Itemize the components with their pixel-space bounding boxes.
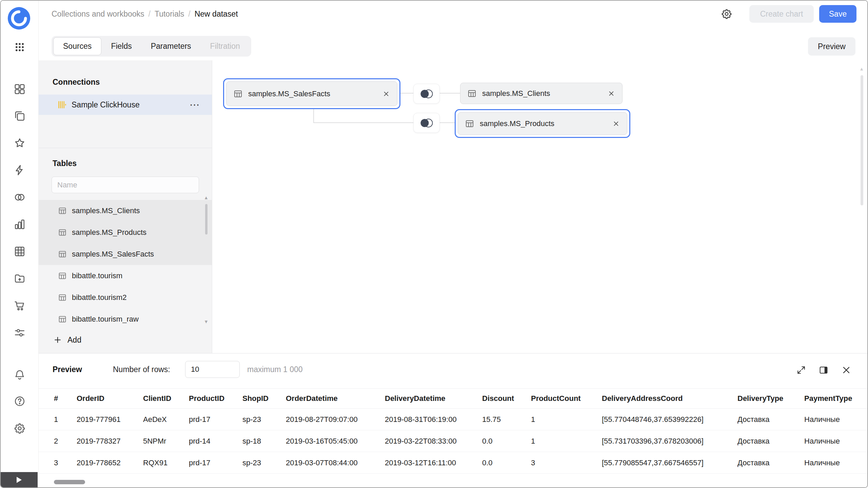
preview-data-row: 1 2019-777961 AeDeX prd-17 sp-23 2019-08… bbox=[39, 409, 868, 430]
apps-grid-icon[interactable] bbox=[14, 41, 25, 53]
table-icon bbox=[58, 228, 67, 237]
close-icon[interactable] bbox=[607, 89, 615, 98]
cell: sp-18 bbox=[242, 437, 286, 446]
table-search-input[interactable] bbox=[52, 177, 199, 193]
scrollbar-thumb[interactable] bbox=[54, 480, 85, 484]
tiles-icon[interactable] bbox=[14, 83, 26, 95]
tab-parameters[interactable]: Parameters bbox=[141, 38, 201, 55]
bar-chart-icon[interactable] bbox=[14, 218, 26, 230]
node-label: samples.MS_Products bbox=[480, 119, 607, 128]
node-clients[interactable]: samples.MS_Clients bbox=[460, 83, 623, 104]
canvas-scrollbar[interactable] bbox=[861, 75, 863, 205]
rail-collapse-bar[interactable] bbox=[1, 472, 38, 487]
tables-title: Tables bbox=[53, 158, 77, 168]
dataset-tabs: Sources Fields Parameters Filtration bbox=[52, 36, 251, 57]
divider bbox=[39, 148, 212, 148]
datalens-logo-icon[interactable] bbox=[6, 6, 32, 31]
dataset-settings-gear-icon[interactable] bbox=[721, 8, 732, 20]
tab-fields[interactable]: Fields bbox=[101, 38, 141, 55]
cell: sp-23 bbox=[242, 415, 286, 424]
node-body[interactable]: samples.MS_Products bbox=[458, 112, 627, 135]
node-body[interactable]: samples.MS_SalesFacts bbox=[226, 81, 397, 106]
horizontal-scrollbar[interactable] bbox=[39, 480, 868, 485]
column-header: ClientID bbox=[143, 394, 189, 403]
table-icon bbox=[58, 293, 67, 302]
cell: Наличные bbox=[804, 415, 868, 424]
connection-item-sample-clickhouse[interactable]: Sample ClickHouse ⋯ bbox=[39, 95, 212, 115]
scroll-up-icon[interactable]: ▲ bbox=[859, 66, 864, 71]
table-list-item[interactable]: bibattle.tourism bbox=[39, 265, 212, 287]
sliders-icon[interactable] bbox=[14, 327, 26, 339]
table-name: samples.MS_SalesFacts bbox=[72, 250, 154, 259]
cell: 2019-778327 bbox=[77, 437, 143, 446]
node-salesfacts[interactable]: samples.MS_SalesFacts bbox=[223, 78, 400, 109]
rows-count-input[interactable] bbox=[185, 361, 240, 378]
cell: AeDeX bbox=[143, 415, 189, 424]
table-icon bbox=[58, 250, 67, 259]
settings-gear-icon[interactable] bbox=[14, 422, 26, 434]
split-view-icon[interactable] bbox=[818, 365, 829, 375]
cell: 1 bbox=[531, 437, 602, 446]
add-table-button[interactable]: Add bbox=[39, 331, 212, 349]
save-button[interactable]: Save bbox=[819, 5, 856, 23]
star-icon[interactable] bbox=[14, 137, 26, 149]
cell: Наличные bbox=[804, 459, 868, 467]
layers-icon[interactable] bbox=[14, 110, 26, 122]
join-type-icon[interactable] bbox=[413, 84, 440, 104]
preview-toggle-button[interactable]: Preview bbox=[808, 37, 855, 56]
grid-table-icon[interactable] bbox=[14, 245, 26, 258]
join-type-icon[interactable] bbox=[413, 113, 440, 133]
plus-icon bbox=[53, 336, 62, 344]
table-list-item[interactable]: samples.MS_SalesFacts bbox=[39, 243, 212, 265]
table-list-item[interactable]: bibattle.tourism_raw bbox=[39, 308, 212, 330]
connections-title: Connections bbox=[53, 77, 100, 87]
tables-scrollbar[interactable] bbox=[205, 202, 208, 321]
table-list-item[interactable]: samples.MS_Clients bbox=[39, 200, 212, 222]
tables-list: samples.MS_Clients samples.MS_Products s… bbox=[39, 200, 212, 330]
close-icon[interactable] bbox=[612, 120, 620, 128]
table-name: bibattle.tourism bbox=[72, 271, 122, 280]
scroll-down-icon[interactable]: ▼ bbox=[204, 319, 209, 324]
tab-sources[interactable]: Sources bbox=[53, 37, 101, 55]
table-list-item[interactable]: samples.MS_Products bbox=[39, 222, 212, 243]
table-list-item[interactable]: bibattle.tourism2 bbox=[39, 287, 212, 308]
create-chart-button[interactable]: Create chart bbox=[749, 5, 814, 23]
sources-panel: Connections Sample ClickHouse ⋯ Tables s… bbox=[39, 60, 212, 353]
column-header: PaymentType bbox=[804, 394, 868, 403]
table-name: samples.MS_Products bbox=[72, 228, 146, 237]
scroll-up-icon[interactable]: ▲ bbox=[204, 195, 209, 200]
expand-icon[interactable] bbox=[796, 365, 806, 375]
lightning-icon[interactable] bbox=[14, 164, 26, 176]
cell: 5NPMr bbox=[143, 437, 189, 446]
preview-header-row: # OrderID ClientID ProductID ShopID Orde… bbox=[39, 388, 868, 409]
breadcrumb-tutorials[interactable]: Tutorials bbox=[155, 9, 184, 19]
node-label: samples.MS_SalesFacts bbox=[248, 89, 377, 98]
cell: [55.770448746,37.653992226] bbox=[602, 415, 737, 424]
close-preview-icon[interactable] bbox=[841, 365, 851, 375]
header: Collections and workbooks / Tutorials / … bbox=[39, 1, 868, 27]
close-icon[interactable] bbox=[382, 90, 390, 98]
scrollbar-thumb[interactable] bbox=[205, 204, 208, 235]
connection-menu-button[interactable]: ⋯ bbox=[190, 101, 200, 108]
cell: prd-17 bbox=[189, 415, 242, 424]
breadcrumb-collections[interactable]: Collections and workbooks bbox=[52, 9, 144, 19]
rings-icon[interactable] bbox=[14, 191, 26, 203]
column-header: DeliveryAddressCoord bbox=[602, 394, 737, 403]
column-header: # bbox=[54, 394, 77, 403]
cell: [55.731703396,37.678203006] bbox=[602, 437, 737, 446]
left-join-venn-icon bbox=[419, 118, 434, 128]
clickhouse-icon bbox=[58, 100, 66, 109]
table-icon bbox=[58, 315, 67, 324]
cell: 2019-03-16T05:45:00 bbox=[286, 437, 385, 446]
join-connector-line bbox=[313, 108, 314, 123]
help-icon[interactable] bbox=[14, 395, 26, 407]
cell: Доставка bbox=[737, 415, 804, 424]
bell-icon[interactable] bbox=[14, 369, 26, 381]
cell: 2019-778652 bbox=[77, 459, 143, 467]
cell: sp-23 bbox=[242, 459, 286, 467]
tab-filtration[interactable]: Filtration bbox=[201, 38, 250, 55]
app-rail bbox=[1, 1, 39, 487]
node-products[interactable]: samples.MS_Products bbox=[455, 109, 630, 138]
cart-icon[interactable] bbox=[14, 300, 26, 312]
folder-upload-icon[interactable] bbox=[14, 272, 26, 285]
